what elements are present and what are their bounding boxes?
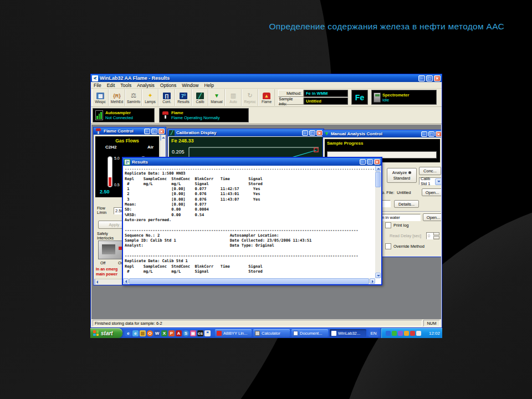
mdi-workspace: Flame Control Gas Flows C2H2 Air (91, 125, 441, 320)
calibration-minimize-button[interactable] (302, 130, 308, 136)
results-horizontal-scrollbar[interactable] (123, 278, 375, 284)
results-scroll-down-icon[interactable] (375, 273, 381, 278)
tray-icon-4[interactable] (404, 331, 409, 336)
calibration-close-button[interactable] (316, 130, 323, 136)
menu-analysis[interactable]: Analysis (137, 83, 155, 88)
quicklaunch-browser-icon[interactable]: e (132, 330, 139, 336)
conc-button[interactable]: Conc... (419, 167, 441, 175)
results-minimize-button[interactable] (360, 159, 366, 165)
results-scroll-left-icon[interactable] (123, 278, 129, 284)
maximize-button[interactable] (426, 75, 433, 81)
task-button-document[interactable]: Document... (291, 329, 328, 337)
quicklaunch-opera-icon[interactable]: O (147, 330, 153, 336)
results-scroll-right-icon[interactable] (370, 278, 375, 284)
results-vscroll-thumb[interactable] (375, 172, 381, 187)
menu-edit[interactable]: Edit (107, 83, 115, 88)
analyze-standard-button[interactable]: Analyze Standard (387, 168, 417, 183)
quicklaunch-app-icon-1[interactable]: ▣ (190, 330, 196, 336)
toolbar-button-auto[interactable]: ▥ Auto (225, 89, 242, 106)
method-editor-icon: {R} (113, 91, 121, 100)
results-title: Results (132, 160, 148, 165)
flame-status: Flame Operating Normally (171, 115, 220, 120)
minimize-button[interactable] (418, 75, 425, 81)
flame-close-button[interactable] (158, 129, 165, 134)
toolbar-button-lamps[interactable]: ✦ Lamps (142, 89, 158, 106)
fuel-flow-gauge (108, 156, 112, 187)
toolbar-button-manual[interactable]: ▼ Manual (208, 89, 225, 106)
toolbar-button-sample-info[interactable]: ⚖ SamInfo (125, 89, 142, 106)
off-label[interactable]: Off (100, 261, 105, 265)
results-vertical-scrollbar[interactable] (375, 166, 381, 278)
results-hscroll-thumb[interactable] (129, 278, 369, 284)
tray-icon-6[interactable] (416, 331, 421, 336)
continuous-graph-icon: ∏ (163, 91, 171, 100)
results-scroll-up-icon[interactable] (375, 166, 381, 171)
manual-maximize-button[interactable] (428, 131, 434, 137)
menu-help[interactable]: Help (204, 83, 213, 88)
results-title-bar[interactable]: 2³ Results (123, 158, 381, 166)
flow-label: Flow L/min (97, 206, 112, 215)
manual-title-bar[interactable]: ▼ Manual Analysis Control (323, 130, 441, 137)
menu-file[interactable]: File (94, 83, 101, 88)
quicklaunch-internet-explorer-icon[interactable]: e (125, 330, 131, 336)
details-button[interactable]: Details... (394, 200, 419, 208)
menu-window[interactable]: Window (182, 83, 198, 88)
toolbar-button-reprocess[interactable]: ↻ Reproc (242, 89, 258, 106)
quicklaunch-folder-icon[interactable]: ▨ (140, 330, 146, 336)
quicklaunch-messenger-icon[interactable]: ❝ (204, 330, 211, 336)
toolbar-button-continuous[interactable]: ∏ Cont. (158, 89, 175, 106)
tray-icon-1[interactable] (386, 331, 391, 336)
open-method-button[interactable]: Open... (423, 213, 441, 221)
start-button[interactable]: start (90, 328, 122, 338)
flame-minimize-button[interactable] (144, 129, 150, 134)
scroll-left-icon[interactable] (94, 279, 95, 285)
manual-minimize-button[interactable] (421, 131, 427, 137)
spinner-arrows-icon[interactable] (433, 232, 439, 239)
read-delay-spinner[interactable]: 0 (426, 232, 439, 239)
calibration-maximize-button[interactable] (309, 130, 315, 136)
flame-control-title-bar[interactable]: Flame Control (94, 127, 166, 135)
task-button-calculator[interactable]: Calculator (253, 329, 290, 337)
menu-tools[interactable]: Tools (120, 83, 131, 88)
quicklaunch-console-icon[interactable]: cs (197, 330, 203, 336)
scroll-up-icon[interactable] (160, 135, 161, 141)
tray-icon-5[interactable] (410, 331, 415, 336)
open-results-file-button[interactable]: Open... (422, 188, 441, 196)
toolbar-button-results[interactable]: 7³ Results (175, 89, 192, 106)
flame-status-box: Flame Flame Operating Normally (159, 108, 249, 122)
menu-options[interactable]: Options (160, 83, 176, 88)
standard-select[interactable]: Calib Std 1 (419, 177, 441, 185)
quicklaunch-skype-icon[interactable]: S (183, 330, 189, 336)
results-close-button[interactable] (374, 159, 380, 165)
tray-icon-3[interactable] (398, 331, 403, 336)
auto-icon: ▥ (231, 91, 236, 100)
toolbar-button-flame[interactable]: ▲ Flame (258, 89, 275, 106)
toolbar-button-workspace[interactable]: ▤ Wkspc (92, 89, 109, 106)
manual-close-button[interactable] (436, 131, 441, 137)
results-body: ........................................… (123, 166, 381, 284)
main-title-bar[interactable]: ⋞ WinLab32 AA Flame - Results (91, 74, 442, 82)
tray-icon-2[interactable] (392, 331, 397, 336)
close-button[interactable] (434, 75, 441, 81)
calibration-title-bar[interactable]: ╱ Calibration Display (168, 129, 324, 136)
toolbar-button-calibration[interactable]: ╱ Calib (192, 89, 208, 106)
override-method-checkbox[interactable]: Override Method (385, 243, 424, 249)
task-button-abbyy[interactable]: ABBYY Lin... (215, 329, 252, 337)
sample-info-value: Untitled (304, 98, 348, 105)
language-indicator[interactable]: EN (369, 329, 378, 337)
toolbar-button-method-editor[interactable]: {R} MethEd (109, 89, 125, 106)
quicklaunch-excel-icon[interactable]: X (161, 330, 167, 336)
status-text: Finished storing data for sample: 6-2 (93, 320, 422, 326)
quicklaunch-word-icon[interactable]: W (154, 330, 160, 336)
results-maximize-button[interactable] (367, 159, 373, 165)
screenshot: ⋞ WinLab32 AA Flame - Results File Edit … (90, 74, 442, 338)
quicklaunch-acrobat-icon[interactable]: A (176, 330, 182, 336)
flame-maximize-button[interactable] (151, 129, 157, 134)
sample-progress-label: Sample Progress (325, 139, 440, 146)
calibration-curve-icon: ╱ (196, 91, 204, 100)
task-button-winlab[interactable]: WinLab32... (330, 329, 366, 337)
quicklaunch-powerpoint-icon[interactable]: P (168, 330, 175, 336)
print-log-checkbox[interactable]: Print log (385, 222, 409, 228)
flame-title: Flame (171, 110, 220, 115)
autosampler-icon (95, 110, 103, 120)
